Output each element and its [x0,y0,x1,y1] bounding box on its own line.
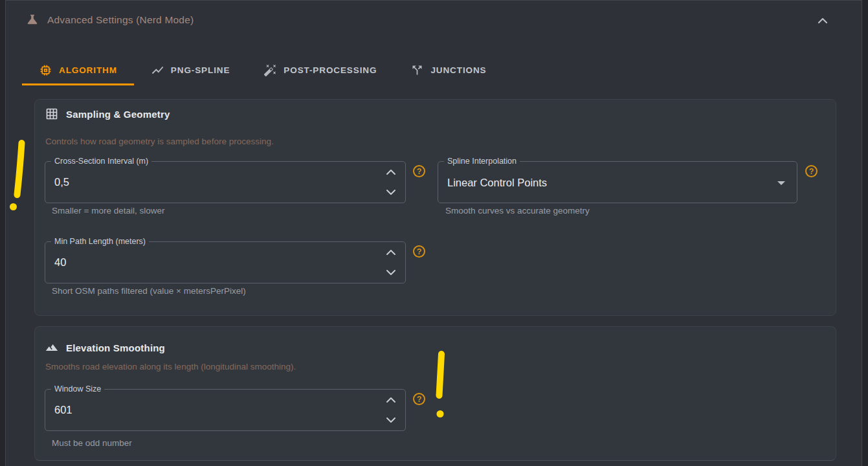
window-size-input[interactable] [54,390,324,430]
advanced-settings-page: Advanced Settings (Nerd Mode) ALGORITHM … [0,0,868,466]
tab-label: POST-PROCESSING [284,65,377,75]
cross-section-interval-field[interactable]: Cross-Section Interval (m) [45,161,406,203]
tab-algorithm[interactable]: ALGORITHM [22,57,134,85]
chip-icon [39,63,52,77]
tab-label: JUNCTIONS [430,65,486,75]
tab-label: ALGORITHM [59,65,117,75]
decrement-icon[interactable] [385,416,397,425]
increment-icon[interactable] [385,168,397,177]
science-flask-icon [25,12,39,27]
tab-label: PNG-SPLINE [171,65,230,75]
field-helper-text: Smaller = more detail, slower [52,206,164,216]
increment-icon[interactable] [385,395,397,405]
advanced-settings-panel: Advanced Settings (Nerd Mode) ALGORITHM … [5,0,862,466]
tab-post-processing[interactable]: POST-PROCESSING [247,57,394,85]
spline-interpolation-label: Spline Interpolation [444,157,520,166]
line-chart-icon [151,63,164,77]
increment-icon[interactable] [385,248,397,257]
help-icon[interactable]: ? [413,245,425,258]
mountains-icon [45,341,58,354]
spline-interpolation-select[interactable]: Spline Interpolation Linear Control Poin… [438,161,797,203]
sampling-geometry-card: Sampling & Geometry Controls how road ge… [34,99,836,316]
help-icon[interactable]: ? [413,165,425,177]
junction-split-icon [410,63,424,77]
help-icon[interactable]: ? [805,165,818,177]
tab-png-spline[interactable]: PNG-SPLINE [134,57,247,85]
section-title: Sampling & Geometry [66,109,170,120]
panel-title: Advanced Settings (Nerd Mode) [47,14,194,26]
window-size-field[interactable]: Window Size [45,389,406,431]
field-helper-text: Smooth curves vs accurate geometry [445,206,590,216]
section-description: Smooths road elevation along its length … [45,362,296,372]
magic-wand-icon [263,63,277,77]
field-helper-text: Must be odd number [52,438,132,448]
field-helper-text: Short OSM paths filtered (value × meters… [52,286,246,296]
chevron-up-icon[interactable] [815,13,830,28]
cross-section-interval-input[interactable] [54,162,324,203]
section-description: Controls how road geometry is sampled be… [45,137,274,146]
dropdown-caret-icon[interactable] [777,181,785,185]
decrement-icon[interactable] [385,188,397,197]
elevation-smoothing-card: Elevation Smoothing Smooths road elevati… [34,326,836,461]
spline-interpolation-value: Linear Control Points [447,176,547,188]
grid-icon [45,107,58,120]
help-icon[interactable]: ? [413,393,425,405]
min-path-length-field[interactable]: Min Path Length (meters) [45,241,406,283]
section-title: Elevation Smoothing [66,342,165,353]
decrement-icon[interactable] [385,268,397,277]
min-path-length-input[interactable] [54,242,324,283]
settings-tab-bar: ALGORITHM PNG-SPLINE POST-PROCESSING JUN… [22,57,504,85]
tab-junctions[interactable]: JUNCTIONS [394,57,503,85]
